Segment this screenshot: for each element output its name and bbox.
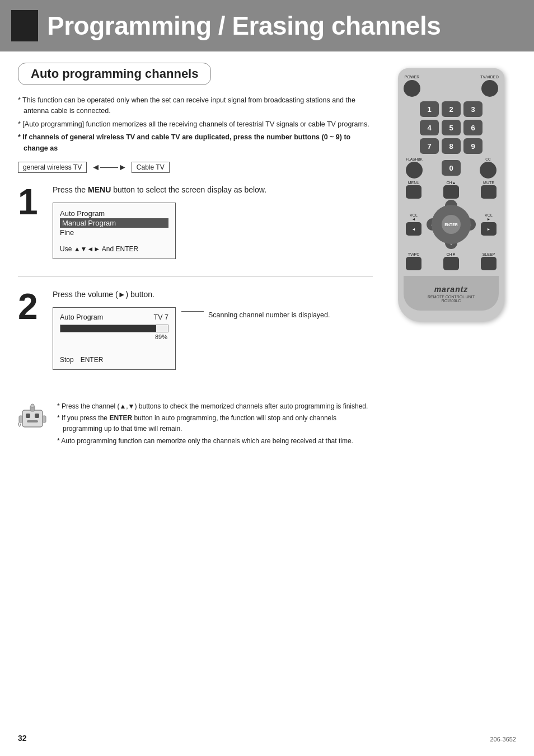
menu-ch-mute-row: MENU CH▲ MUTE: [404, 181, 499, 199]
progress-label: Auto Program: [60, 313, 103, 321]
dpad: ▲ ▼ ◄ ► ENTER: [427, 200, 476, 249]
doc-number: 206-3652: [490, 736, 517, 743]
remote-top-row: POWER TV/VIDEO: [404, 75, 499, 97]
ch-down-button[interactable]: [443, 257, 459, 270]
svg-line-9: [20, 424, 21, 427]
num-4-button[interactable]: 4: [420, 120, 439, 135]
num-0-button[interactable]: 0: [442, 160, 461, 176]
progress-percent: 89%: [60, 334, 168, 340]
notes-section: * This function can be operated only whe…: [18, 95, 373, 154]
step-2-content: Press the volume (►) button. Auto Progra…: [53, 289, 373, 374]
svg-rect-6: [19, 416, 22, 422]
menu-item-fine: Fine: [60, 228, 168, 237]
cc-label-text: CC: [485, 157, 490, 161]
num-9-button[interactable]: 9: [463, 138, 483, 154]
step-2-number: 2: [18, 289, 45, 374]
flashbk-label-text: FLASHBK: [406, 157, 423, 161]
flashbk-row: FLASHBK 0 CC: [404, 157, 499, 179]
vol-right-button[interactable]: ►: [481, 222, 496, 236]
step-2-text: Press the volume (►) button.: [53, 289, 373, 300]
svg-rect-1: [26, 414, 30, 418]
progress-footer: Stop ENTER: [60, 356, 168, 364]
svg-rect-2: [35, 414, 39, 418]
header-black-box: [11, 10, 38, 41]
cable-row: general wireless TV ◄——► Cable TV: [18, 162, 373, 173]
mute-button[interactable]: [481, 185, 496, 199]
page-number: 32: [18, 734, 27, 743]
step-1-content: Press the MENU button to select the scre…: [53, 184, 373, 264]
num-2-button[interactable]: 2: [442, 101, 461, 117]
sleep-label-text: SLEEP: [483, 252, 495, 256]
remote-control-unit-label: REMOTE CONTROL UNIT: [409, 295, 493, 299]
power-button[interactable]: [404, 80, 420, 97]
tvpc-sleep-row: TV/PC CH▼ SLEEP: [404, 252, 499, 270]
menu-screen-mock: Auto Program Manual Program Fine Use ▲▼◄…: [53, 203, 176, 259]
scan-annotation: Scanning channel number is displayed.: [181, 307, 330, 321]
remote-brand: marantz: [409, 285, 493, 294]
note-2: * [Auto programming] function memorizes …: [18, 119, 373, 130]
cc-button[interactable]: [480, 162, 496, 179]
num-8-button[interactable]: 8: [442, 138, 461, 154]
tip-icon: [18, 401, 49, 433]
main-content: Auto programming channels * This functio…: [0, 51, 534, 459]
power-label-text: POWER: [405, 75, 419, 79]
step-1-number: 1: [18, 184, 45, 264]
stop-label: Stop: [60, 356, 74, 364]
general-wireless-label: general wireless TV: [18, 162, 87, 173]
svg-rect-0: [22, 410, 43, 427]
note-3: * If channels of general wireless TV and…: [18, 132, 373, 154]
step-1: 1 Press the MENU button to select the sc…: [18, 184, 373, 276]
svg-point-5: [31, 404, 34, 407]
tv-video-label-text: TV/VIDEO: [480, 75, 499, 79]
menu-item-manual: Manual Program: [60, 218, 168, 228]
ch-down-label-text: CH▼: [446, 252, 456, 256]
tip-note-1: * Press the channel (▲,▼) buttons to che…: [57, 401, 373, 412]
tv-video-button[interactable]: [481, 80, 498, 97]
svg-rect-3: [27, 420, 38, 422]
sleep-button[interactable]: [481, 257, 496, 270]
num-7-button[interactable]: 7: [420, 138, 439, 154]
remote-bottom-panel: marantz REMOTE CONTROL UNIT RC1500LC: [404, 276, 499, 311]
section-heading: Auto programming channels: [18, 63, 211, 85]
dpad-container: VOL◄ ◄ ▲ ▼ ◄ ► ENTER VOL► ►: [404, 200, 499, 249]
progress-header: Auto Program TV 7: [60, 313, 168, 321]
cable-tv-label: Cable TV: [132, 162, 170, 173]
scan-dash: [181, 311, 204, 312]
svg-rect-7: [43, 416, 46, 422]
num-1-button[interactable]: 1: [420, 101, 439, 117]
right-column: POWER TV/VIDEO 1 2 3 4 5 6 7 8 9: [384, 63, 518, 448]
flashbk-button[interactable]: [406, 162, 423, 179]
scan-text: Scanning channel number is displayed.: [208, 311, 330, 321]
vol-left-button[interactable]: ◄: [406, 222, 421, 236]
menu-item-auto: Auto Program: [60, 209, 168, 218]
vol-right-label-text: VOL►: [485, 213, 493, 221]
step-2: 2 Press the volume (►) button. Auto Prog…: [18, 289, 373, 387]
page-header: Programming / Erasing channels: [0, 0, 534, 51]
enter-label: ENTER: [81, 356, 104, 364]
left-column: Auto programming channels * This functio…: [18, 63, 384, 448]
note-1: * This function can be operated only whe…: [18, 95, 373, 117]
ch-up-label-text: CH▲: [446, 181, 456, 185]
mute-label-text: MUTE: [483, 181, 494, 185]
num-5-button[interactable]: 5: [442, 120, 461, 135]
page-title: Programming / Erasing channels: [47, 11, 441, 41]
step-1-text: Press the MENU button to select the scre…: [53, 184, 373, 196]
num-6-button[interactable]: 6: [463, 120, 483, 135]
use-line: Use ▲▼◄► And ENTER: [60, 245, 168, 253]
tip-notes: * Press the channel (▲,▼) buttons to che…: [57, 401, 373, 448]
menu-button[interactable]: [406, 185, 421, 199]
ch-up-button[interactable]: [443, 185, 459, 199]
progress-screen-mock: Auto Program TV 7 89% Stop ENTER: [53, 307, 176, 370]
num-3-button[interactable]: 3: [463, 101, 483, 117]
tip-note-3: * Auto programming function can memorize…: [57, 436, 373, 447]
remote-control: POWER TV/VIDEO 1 2 3 4 5 6 7 8 9: [398, 68, 504, 322]
enter-button[interactable]: ENTER: [442, 215, 461, 234]
progress-bar-fill: [60, 325, 156, 332]
menu-label-text: MENU: [408, 181, 420, 185]
svg-line-8: [18, 422, 19, 426]
number-grid: 1 2 3 4 5 6 7 8 9: [420, 101, 483, 154]
tip-note-2: * If you press the ENTER button in auto …: [57, 413, 373, 434]
tvpc-label-text: TV/PC: [408, 252, 420, 256]
progress-channel: TV 7: [154, 313, 168, 321]
tvpc-button[interactable]: [406, 257, 421, 270]
